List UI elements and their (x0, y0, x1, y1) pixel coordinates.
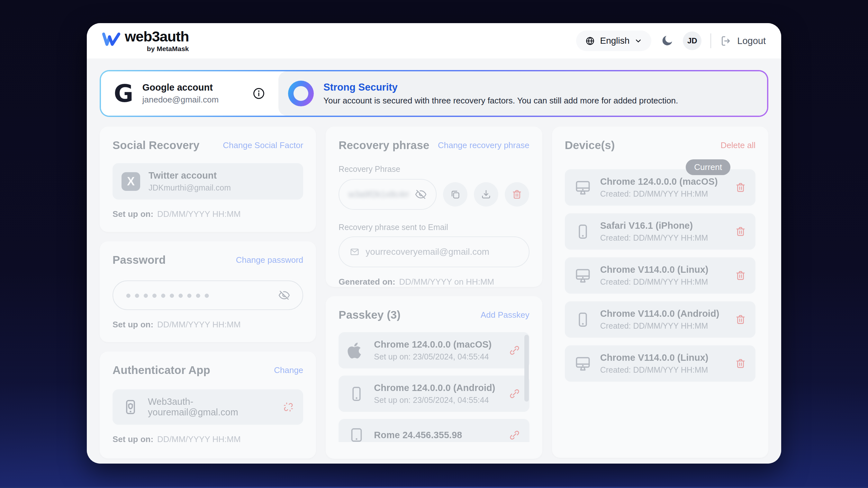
download-phrase-button[interactable] (474, 182, 498, 206)
passkey-scrollbar[interactable] (524, 335, 529, 401)
x-twitter-icon: X (122, 172, 140, 191)
info-icon[interactable] (252, 87, 266, 100)
page-background: web3auth by MetaMask English JD (0, 0, 868, 488)
change-social-factor-link[interactable]: Change Social Factor (223, 140, 303, 150)
link-icon (508, 345, 521, 356)
toggle-password-visibility-button[interactable] (278, 289, 290, 301)
section-title: Social Recovery (113, 139, 199, 152)
device-created: Created: DD/MM/YYY HH:MM (600, 189, 718, 199)
phone-icon (574, 311, 592, 329)
web3auth-logo: web3auth by MetaMask (102, 29, 189, 53)
web3auth-w-icon (102, 31, 120, 47)
device-created: Created: DD/MM/YYY HH:MM (600, 233, 708, 242)
passkey-row: Chrome 124.0.0.0 (macOS) Set up on: 23/0… (339, 332, 529, 368)
setup-on-value: DD/MM/YYYY HH:MM (157, 434, 241, 444)
section-title: Password (113, 254, 165, 266)
dashboard-body: G Google account janedoe@gmail.com Stron… (87, 59, 781, 464)
security-level-description: Your account is secured with three recov… (323, 96, 678, 106)
current-device-badge: Current (686, 159, 731, 175)
generated-on-value: DD/MM/YYYY on HH:MM (399, 277, 494, 287)
passkey-list: Chrome 124.0.0.0 (macOS) Set up on: 23/0… (339, 332, 529, 442)
passkey-link-button[interactable] (508, 345, 521, 356)
password-section: Password Change password ●●●●●●●●●● Set … (100, 241, 316, 342)
delete-all-devices-link[interactable]: Delete all (721, 140, 755, 150)
recovery-phrase-input[interactable]: w3a9f2k1x8c4m6 (339, 179, 437, 210)
top-bar: web3auth by MetaMask English JD (87, 23, 781, 59)
section-title: Recovery phrase (339, 139, 429, 152)
change-authenticator-link[interactable]: Change (274, 365, 303, 375)
section-title: Passkey (3) (339, 308, 401, 321)
toggle-phrase-visibility-button[interactable] (415, 188, 427, 200)
delete-device-button[interactable] (735, 182, 746, 193)
trash-icon (735, 314, 746, 325)
avatar-initials: JD (687, 36, 697, 45)
change-recovery-phrase-link[interactable]: Change recovery phrase (438, 140, 529, 150)
social-recovery-section: Social Recovery Change Social Factor X T… (100, 127, 316, 232)
eye-off-icon (278, 289, 290, 301)
mail-icon (349, 247, 360, 257)
device-created: Created: DD/MM/YYY HH:MM (600, 365, 709, 375)
chevron-down-icon (634, 37, 642, 45)
desktop-icon (574, 267, 592, 285)
eye-off-icon (415, 188, 427, 200)
authenticator-account: Web3auth-youremail@gmal.com (148, 396, 274, 418)
unlink-authenticator-button[interactable] (283, 401, 294, 413)
trash-icon (735, 182, 746, 193)
apple-icon (347, 341, 366, 359)
delete-device-button[interactable] (735, 226, 746, 237)
globe-icon (585, 36, 595, 46)
logo-wordmark: web3auth (125, 29, 189, 44)
moon-icon (660, 34, 674, 47)
copy-icon (450, 189, 461, 200)
device-name: Safari V16.1 (iPhone) (600, 220, 708, 231)
phone-icon (574, 223, 592, 240)
delete-device-button[interactable] (735, 358, 746, 369)
google-icon: G (114, 82, 133, 105)
security-level-title: Strong Security (323, 82, 678, 93)
passkey-meta: Set up on: 23/05/2024, 04:55:44 (374, 352, 492, 361)
device-row: Chrome V114.0.0 (Linux) Created: DD/MM/Y… (565, 345, 755, 382)
device-row: Chrome V114.0.0 (Linux) Created: DD/MM/Y… (565, 257, 755, 294)
device-name: Chrome V114.0.0 (Linux) (600, 264, 709, 275)
passkey-link-button[interactable] (508, 429, 521, 441)
password-input[interactable]: ●●●●●●●●●● (113, 281, 303, 310)
logo-byline: by MetaMask (147, 45, 189, 53)
dark-mode-toggle[interactable] (660, 34, 674, 47)
passkey-link-button[interactable] (508, 388, 521, 400)
desktop-icon (574, 355, 592, 373)
security-status-banner: G Google account janedoe@gmail.com Stron… (100, 70, 768, 117)
passkey-name: Chrome 124.0.0.0 (macOS) (374, 339, 492, 350)
device-created: Created: DD/MM/YYY HH:MM (600, 277, 709, 287)
delete-device-button[interactable] (735, 314, 746, 325)
add-passkey-link[interactable]: Add Passkey (480, 310, 529, 320)
authenticator-section: Authenticator App Change Web3auth-yourem… (100, 352, 316, 458)
copy-phrase-button[interactable] (443, 182, 467, 206)
delete-device-button[interactable] (735, 269, 746, 282)
recovery-phrase-section: Recovery phrase Change recovery phrase R… (326, 127, 542, 287)
link-icon (508, 429, 521, 441)
phone-icon (347, 385, 366, 403)
setup-on-label: Set up on: (113, 434, 153, 444)
setup-on-label: Set up on: (113, 320, 153, 330)
change-password-link[interactable]: Change password (236, 255, 304, 265)
avatar[interactable]: JD (683, 31, 702, 50)
passkey-name: Rome 24.456.355.98 (374, 430, 462, 441)
link-icon (508, 388, 521, 400)
device-name: Chrome V114.0.0 (Linux) (600, 352, 709, 363)
section-title: Device(s) (565, 139, 615, 152)
trash-icon (511, 189, 523, 200)
delete-phrase-button[interactable] (505, 182, 529, 206)
setup-on-label: Set up on: (113, 209, 153, 219)
recovery-phrase-label: Recovery Phrase (339, 164, 529, 174)
devices-section: Device(s) Delete all Current Chrome 124.… (552, 127, 768, 458)
authenticator-phone-icon (122, 398, 140, 416)
device-created: Created: DD/MM/YYY HH:MM (600, 321, 719, 331)
authenticator-row: Web3auth-youremail@gmal.com (113, 389, 303, 425)
language-selector[interactable]: English (576, 31, 651, 51)
trash-icon (735, 226, 746, 237)
device-name: Chrome 124.0.0.0 (macOS) (600, 176, 718, 187)
logout-button[interactable]: Logout (720, 35, 766, 47)
setup-on-value: DD/MM/YYYY HH:MM (157, 320, 241, 330)
trash-icon (735, 269, 746, 282)
recovery-email-input[interactable]: yourrecoveryemail@gmail.com (339, 236, 529, 267)
